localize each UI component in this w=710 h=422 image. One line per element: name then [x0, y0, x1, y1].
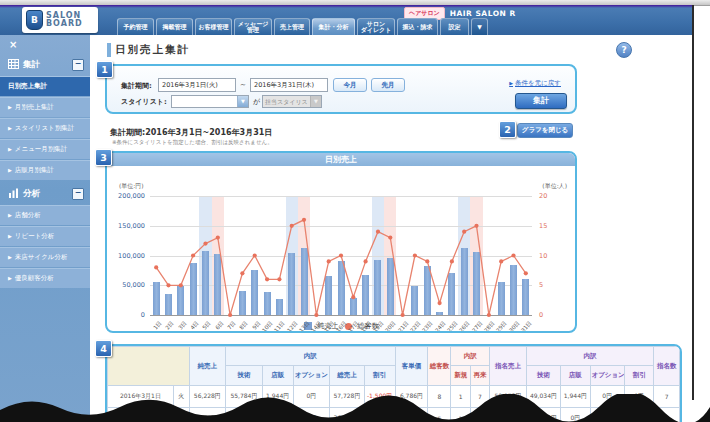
- triangle-right-icon: ▶: [8, 125, 12, 131]
- sidebar-section-header-2: 分析−: [0, 181, 90, 205]
- sidebar-close-button[interactable]: ×: [0, 35, 90, 52]
- bar-day-20: [387, 258, 394, 315]
- table-header: 総客数: [428, 347, 451, 386]
- bar-day-30: [510, 265, 517, 315]
- bar-day-17: [350, 298, 357, 315]
- sidebar-item[interactable]: ▶店舗分析: [0, 205, 90, 225]
- table-subheader: 再来: [470, 366, 489, 386]
- nav-tab-3[interactable]: お客様管理: [195, 18, 232, 35]
- bar-day-19: [374, 260, 381, 315]
- right-axis-tick: 0: [539, 311, 543, 319]
- nav-tab-9[interactable]: 設定: [440, 18, 469, 35]
- sidebar-item-label: 優良顧客分析: [15, 274, 54, 282]
- this-month-button[interactable]: 今月: [333, 78, 367, 92]
- bar-day-22: [411, 286, 418, 315]
- date-to-input[interactable]: 2016年3月31日(木): [250, 78, 328, 92]
- collapse-icon[interactable]: −: [72, 188, 84, 200]
- nav-tab-4[interactable]: メッセージ管理: [234, 18, 272, 35]
- bar-day-16: [338, 261, 345, 315]
- nav-tab-2[interactable]: 掲載管理: [156, 18, 193, 35]
- sidebar-item[interactable]: ▶店販月別集計: [0, 160, 90, 180]
- left-axis-tick: 200,000: [107, 192, 145, 200]
- salon-name: HAIR SALON R: [450, 9, 516, 18]
- bar-day-2: [165, 294, 172, 315]
- right-axis-tick: 5: [539, 281, 543, 289]
- more-tab[interactable]: ▼: [471, 18, 488, 35]
- close-graph-button[interactable]: グラフを閉じる: [517, 123, 573, 138]
- table-header: 内訳: [451, 347, 490, 366]
- sidebar-item-label: 店舗分析: [15, 211, 41, 219]
- sidebar-item-label: 月別売上集計: [15, 103, 54, 111]
- bar-day-13: [301, 248, 308, 315]
- salon-board-logo[interactable]: B SALON BOARD: [22, 7, 98, 33]
- sidebar-section-header-1: 集計−: [0, 52, 90, 76]
- nav-tab-6[interactable]: 集計・分析: [312, 18, 355, 35]
- page-title-accent: [107, 43, 111, 57]
- stylist-select[interactable]: ▼: [171, 95, 249, 108]
- salon-board-logo-icon: B: [26, 10, 43, 30]
- sidebar: ×集計−日別売上集計▶月別売上集計▶スタイリスト別集計▶メニュー月別集計▶店販月…: [0, 35, 90, 422]
- sidebar-item[interactable]: ▶スタイリスト別集計: [0, 118, 90, 138]
- nav-tabs: 予約管理掲載管理お客様管理メッセージ管理売上管理集計・分析サロンダイレクト振込・…: [117, 18, 488, 35]
- bar-day-10: [264, 292, 271, 315]
- sidebar-item[interactable]: 日別売上集計: [0, 76, 90, 96]
- bar-day-15: [325, 276, 332, 315]
- sidebar-item[interactable]: ▶来店サイクル分析: [0, 247, 90, 267]
- bar-day-9: [251, 270, 258, 315]
- sidebar-section-title: 分析: [23, 188, 40, 200]
- table-header: 客単価: [395, 347, 428, 386]
- bar-day-3: [177, 286, 184, 315]
- sidebar-item[interactable]: ▶優良顧客分析: [0, 268, 90, 288]
- bar-day-18: [362, 275, 369, 315]
- annotation-badge-3: 3: [95, 149, 112, 166]
- triangle-right-icon: ▶: [8, 104, 12, 110]
- window-right-edge: [692, 5, 694, 400]
- table-subheader: オプション: [293, 366, 330, 386]
- annotation-badge-4: 4: [95, 340, 112, 357]
- page-title: 日別売上集計: [115, 43, 190, 57]
- bar-day-31: [522, 279, 529, 315]
- annotation-badge-2: 2: [499, 121, 516, 138]
- table-subheader: 総売上: [330, 366, 365, 386]
- date-from-input[interactable]: 2016年3月1日(火): [158, 78, 236, 92]
- screenshot-root: B SALON BOARD ヘアサロン HAIR SALON R 予約管理掲載管…: [0, 0, 710, 422]
- sidebar-item-label: 来店サイクル分析: [15, 253, 68, 261]
- stylist-note-text: ※条件にスタイリストを指定した場合、割引は反映されません。: [112, 139, 273, 146]
- nav-tab-1[interactable]: 予約管理: [117, 18, 154, 35]
- right-axis-unit: (単位:人): [542, 182, 567, 191]
- table-header: [108, 347, 190, 386]
- sidebar-item[interactable]: ▶メニュー月別集計: [0, 139, 90, 159]
- nav-tab-5[interactable]: 売上管理: [274, 18, 310, 35]
- triangle-right-icon: ▶: [509, 80, 513, 86]
- app-header: B SALON BOARD ヘアサロン HAIR SALON R 予約管理掲載管…: [0, 5, 693, 35]
- stylist-label: スタイリスト:: [121, 97, 167, 107]
- table-subheader: 店販: [262, 366, 293, 386]
- stylist-type-select[interactable]: 担当スタイリスト ▼: [262, 95, 322, 108]
- sidebar-item-label: 店販月別集計: [15, 166, 54, 174]
- triangle-right-icon: ▶: [8, 254, 12, 260]
- chart-title: 日別売上: [107, 153, 575, 166]
- last-month-button[interactable]: 先月: [371, 78, 405, 92]
- reset-conditions-link[interactable]: ▶条件を元に戻す: [509, 79, 561, 88]
- sidebar-item[interactable]: ▶リピート分析: [0, 226, 90, 246]
- left-axis-tick: 100,000: [107, 252, 145, 260]
- triangle-right-icon: ▶: [8, 212, 12, 218]
- bar-day-1: [153, 282, 160, 315]
- collapse-icon[interactable]: −: [72, 59, 84, 71]
- help-icon[interactable]: ?: [616, 42, 632, 58]
- table-header: 純売上: [189, 347, 226, 386]
- right-axis-tick: 15: [539, 222, 547, 230]
- gridline: [150, 226, 532, 227]
- daily-sales-chart-panel: 日別売上 (単位:円) (単位:人) 純売上 総客数 200,00020150,…: [105, 151, 577, 333]
- table-header: 内訳: [526, 347, 654, 366]
- bar-day-23: [424, 266, 431, 315]
- sidebar-item[interactable]: ▶月別売上集計: [0, 97, 90, 117]
- aggregate-button[interactable]: 集計: [515, 93, 567, 109]
- nav-tab-8[interactable]: 振込・請求: [397, 18, 438, 35]
- nav-tab-7[interactable]: サロンダイレクト: [357, 18, 395, 35]
- table-header: 指名数: [654, 347, 680, 386]
- left-axis-tick: 0: [107, 311, 145, 319]
- bar-day-6: [214, 254, 221, 315]
- filter-panel: 集計期間: 2016年3月1日(火) ~ 2016年3月31日(木) 今月 先月…: [105, 64, 577, 114]
- right-axis-tick: 20: [539, 192, 547, 200]
